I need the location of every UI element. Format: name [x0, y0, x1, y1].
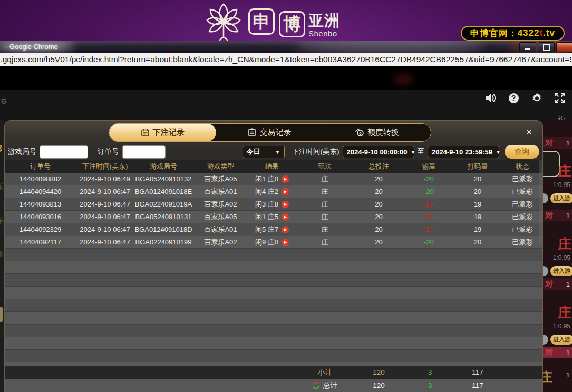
- pair-bet-label: 对: [545, 279, 553, 289]
- play-icon[interactable]: ▶: [282, 175, 289, 183]
- brand-char-box-1: 申: [248, 8, 275, 35]
- time-to-select[interactable]: 2024-9-10 23:59:59 ▼: [428, 146, 499, 158]
- play-icon[interactable]: ▶: [282, 226, 289, 233]
- right-lobby-sliver: 对1庄1:0.95进入游对1庄1:0.95进入游对1庄1:0.95进入游对1庄1: [543, 120, 572, 392]
- play-icon[interactable]: ▶: [282, 201, 289, 208]
- brand-en: Shenbo: [308, 30, 340, 37]
- column-header: 输赢: [404, 162, 454, 171]
- close-window-button[interactable]: [556, 42, 572, 52]
- result-text: 闲9 庄0: [255, 238, 278, 247]
- aero-glass-highlight: [295, 41, 485, 53]
- tab-credit-transfer[interactable]: 0 额度转换: [324, 124, 431, 141]
- pair-count: 1: [566, 280, 570, 288]
- game-topbar-icons: ?: [484, 92, 566, 104]
- scrollbar[interactable]: [539, 160, 542, 244]
- brand-char-box-2: 博: [279, 11, 305, 37]
- tab-label: 额度转换: [367, 128, 399, 138]
- enter-game-button[interactable]: 进入游: [550, 193, 572, 203]
- order-no-input[interactable]: [122, 145, 166, 159]
- lobby-card-header: 对1: [543, 137, 572, 149]
- play-icon[interactable]: ▶: [282, 213, 289, 221]
- cell-status: 已派彩: [501, 238, 544, 247]
- play-icon[interactable]: ▶: [282, 188, 289, 195]
- cell-bet-time: 2024-9-10 06:47: [76, 238, 134, 246]
- cell-status: 已派彩: [501, 174, 544, 184]
- cell-turnover: 19: [454, 226, 501, 233]
- maximize-icon: [543, 44, 550, 51]
- coin-transfer-icon: 0: [355, 128, 364, 136]
- close-icon[interactable]: ×: [526, 127, 532, 137]
- game-round-input[interactable]: [40, 145, 88, 159]
- cell-turnover: 20: [454, 188, 501, 195]
- lobby-card-buttons: 进入游: [543, 335, 572, 345]
- browser-titlebar: - Google Chrome: [0, 41, 572, 53]
- page-fragment: 乐: [0, 216, 4, 226]
- odds-label: 1:0.95: [553, 254, 570, 261]
- cell-total-bet: 20: [354, 188, 404, 195]
- brand-char-1: 申: [253, 10, 270, 34]
- cell-game-type: 百家乐A05: [193, 212, 248, 222]
- column-header: 订单号: [5, 162, 76, 171]
- secondary-button-fragment[interactable]: [543, 193, 548, 203]
- minimize-button[interactable]: [519, 42, 536, 52]
- enter-game-button[interactable]: 进入游: [550, 266, 572, 276]
- time-from-value: 2024-9-10 00:00:00: [347, 148, 408, 156]
- result-text: 闲3 庄8: [255, 200, 278, 209]
- help-icon[interactable]: ?: [508, 92, 519, 104]
- secondary-button-fragment[interactable]: [543, 266, 548, 276]
- cell-total-bet: 20: [354, 226, 404, 233]
- lobby-card-header: 对1: [543, 347, 572, 358]
- total-turnover: 117: [454, 381, 501, 389]
- page-fragment: 乐: [0, 182, 4, 192]
- odds-label: 1:0.95: [553, 181, 570, 189]
- pair-count: 1: [566, 139, 570, 147]
- tab-bet-records[interactable]: 下注记录: [109, 124, 216, 141]
- cell-total-bet: 20: [354, 213, 404, 221]
- banker-label: 庄: [558, 303, 571, 322]
- cell-play-type: 庄: [296, 238, 354, 247]
- browser-urlbar[interactable]: i.gqjcxs.com/h5V01/pc/index.html?return=…: [0, 53, 572, 67]
- blur-smudge: [393, 74, 414, 85]
- result-text: 闲5 庄7: [255, 225, 278, 234]
- cell-turnover: 20: [454, 175, 501, 183]
- search-button[interactable]: 查询: [505, 145, 539, 159]
- refresh-icon[interactable]: [312, 381, 320, 389]
- tab-pill: 下注记录 交易记录 0 额度转换: [109, 123, 431, 142]
- cell-status: 已派彩: [501, 200, 544, 209]
- cell-total-bet: 20: [354, 175, 404, 183]
- tab-transaction-records[interactable]: 交易记录: [216, 124, 323, 141]
- table-row: 144040921172024-9-10 06:47BGA02240910199…: [5, 236, 542, 249]
- flower-logo-icon: [203, 2, 244, 41]
- cell-result: 闲1 庄5▶: [248, 212, 296, 222]
- cell-winloss: 19: [404, 226, 454, 233]
- table-row: 144040938132024-9-10 06:47BGA0224091019A…: [5, 198, 542, 211]
- lobby-card-buttons: 进入游: [543, 266, 572, 277]
- cell-winloss: -20: [404, 188, 454, 195]
- secondary-button-fragment[interactable]: [543, 335, 548, 345]
- table-row: 144040930162024-9-10 06:47BGA05240910131…: [5, 211, 542, 223]
- game-round-label: 游戏局号: [8, 147, 36, 156]
- badge-suffix: .tv: [543, 28, 555, 38]
- banker-label: 庄: [558, 162, 571, 181]
- time-from-select[interactable]: 2024-9-10 00:00:00 ▼: [343, 146, 414, 158]
- cell-turnover: 19: [454, 213, 501, 221]
- date-range-select[interactable]: 今日 ▼: [243, 146, 285, 158]
- table-body: 144040988822024-9-10 06:49BGA05240910132…: [5, 173, 542, 249]
- table-row: 144040923292024-9-10 06:47BGA0124091018D…: [5, 223, 542, 236]
- enter-game-button[interactable]: 进入游: [550, 335, 572, 345]
- subtotal-bet: 120: [354, 368, 404, 376]
- badge-number: 4322: [518, 28, 540, 38]
- settings-gear-icon[interactable]: [531, 92, 542, 104]
- dialog-tabbar: 下注记录 交易记录 0 额度转换 ×: [5, 121, 542, 144]
- page-fragment: 生: [0, 250, 4, 259]
- subtotal-turnover: 117: [454, 368, 501, 376]
- cell-result: 闲5 庄7▶: [248, 225, 296, 234]
- pair-bet-label: 对: [545, 138, 553, 148]
- cell-game-round: BGA02240910199: [134, 238, 193, 246]
- screen: 申 博 亚洲 Shenbo 申博官网： 4322 t .tv - Google …: [0, 0, 572, 392]
- maximize-button[interactable]: [538, 42, 555, 52]
- fullscreen-icon[interactable]: [554, 92, 566, 104]
- cell-total-bet: 20: [354, 200, 404, 208]
- speaker-icon[interactable]: [484, 92, 496, 104]
- play-icon[interactable]: ▶: [282, 239, 289, 246]
